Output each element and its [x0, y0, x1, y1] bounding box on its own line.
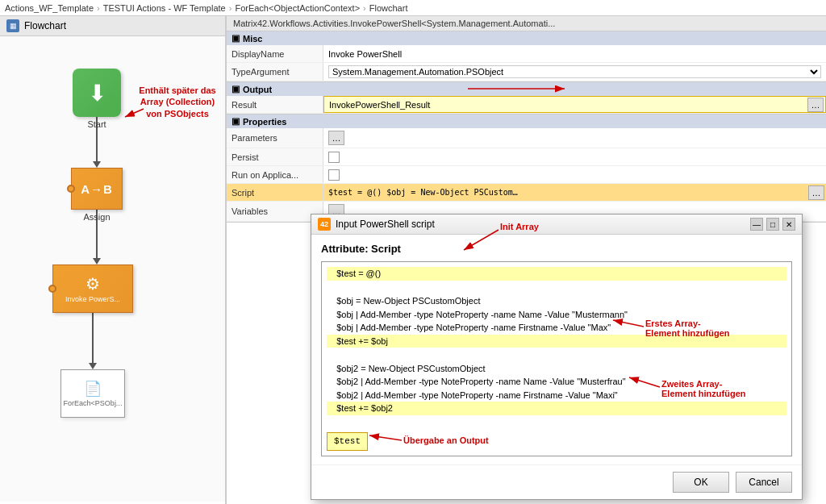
breadcrumb-sep-3: ›: [363, 3, 366, 13]
prop-label-displayname: DisplayName: [227, 45, 323, 62]
flowchart-icon: ▦: [6, 19, 19, 32]
dialog-footer: OK Cancel: [311, 464, 802, 499]
prop-row-parameters: Parameters …: [227, 128, 826, 148]
breadcrumb-item-4[interactable]: Flowchart: [369, 3, 408, 13]
dialog-content: Attribute: Script $test = @() $obj = New…: [311, 235, 802, 464]
script-editor[interactable]: $test = @() $obj = New-Object PSCustomOb…: [321, 261, 792, 456]
start-shape: ⬇: [73, 69, 121, 117]
script-line-11: [327, 416, 786, 430]
prop-label-typearg: TypeArgument: [227, 63, 323, 81]
breadcrumb-item-3[interactable]: ForEach<ObjectActionContext>: [235, 3, 360, 13]
collapse-icon-props: ▣: [232, 116, 240, 127]
prop-value-persist[interactable]: [323, 148, 826, 165]
breadcrumb-bar: Actions_WF_Template › TESTUI Actions - W…: [0, 0, 826, 16]
dialog-close-btn[interactable]: ✕: [782, 218, 795, 231]
node-foreach[interactable]: 📄 ForEach<PSObj...: [60, 369, 125, 418]
dialog-controls: — □ ✕: [750, 218, 795, 231]
script-line-10: $test += $obj2: [327, 402, 786, 415]
collapse-icon-output: ▣: [232, 84, 240, 94]
prop-row-persist: Persist: [227, 148, 826, 166]
script-line-9: $obj2 | Add-Member -type NoteProperty -n…: [327, 389, 786, 402]
breadcrumb-sep-2: ›: [229, 3, 232, 13]
flowchart-panel: ▦ Flowchart ⬇ Start: [0, 16, 226, 504]
displayname-input[interactable]: [328, 49, 821, 59]
node-start[interactable]: ⬇ Start: [73, 69, 121, 129]
script-edit-btn[interactable]: …: [808, 185, 824, 200]
section-properties-header[interactable]: ▣ Properties: [227, 115, 826, 128]
svg-marker-1: [93, 161, 101, 168]
typearg-select[interactable]: System.Management.Automation.PSObject: [328, 65, 821, 78]
flowchart-header: ▦ Flowchart: [0, 16, 225, 36]
node-assign[interactable]: A→B Assign: [71, 168, 123, 222]
prop-label-parameters: Parameters: [227, 128, 323, 148]
prop-row-typearg: TypeArgument System.Management.Automatio…: [227, 63, 826, 81]
dialog-titlebar: 42 Input PowerShell script — □ ✕: [311, 215, 802, 235]
invoke-shape: ⚙ Invoke PowerS...: [52, 264, 133, 313]
section-properties: ▣ Properties Parameters … Persist Run: [227, 115, 826, 223]
properties-header: Matrix42.Workflows.Activities.InvokePowe…: [227, 16, 826, 31]
dialog-title-left: 42 Input PowerShell script: [318, 218, 435, 231]
script-line-4: $obj | Add-Member -type NoteProperty -na…: [327, 321, 786, 335]
result-highlight-box: $test: [327, 432, 368, 451]
dialog-ok-btn[interactable]: OK: [673, 472, 729, 493]
flowchart-title: Flowchart: [24, 20, 66, 31]
result-edit-btn[interactable]: …: [807, 98, 824, 112]
prop-value-script[interactable]: $test = @() $obj = New-Object PSCustom… …: [323, 184, 826, 201]
result-value-text: InvokePowerShell_Result: [329, 100, 430, 110]
start-label: Start: [87, 119, 106, 129]
dialog-icon: 42: [318, 218, 331, 231]
prop-value-parameters[interactable]: …: [323, 128, 826, 148]
svg-marker-5: [89, 363, 97, 369]
flowchart-canvas: ⬇ Start A→B Assign: [0, 36, 225, 502]
script-line-2: $obj = New-Object PSCustomObject: [327, 294, 786, 308]
collapse-icon-misc: ▣: [232, 33, 240, 44]
node-invoke[interactable]: ⚙ Invoke PowerS...: [52, 264, 133, 313]
dialog-title-text: Input PowerShell script: [336, 219, 435, 230]
assign-label: Assign: [83, 212, 110, 222]
prop-value-typearg[interactable]: System.Management.Automation.PSObject: [323, 63, 826, 81]
prop-row-script: Script $test = @() $obj = New-Object PSC…: [227, 184, 826, 202]
prop-label-script: Script: [227, 184, 323, 201]
prop-label-result: Result: [227, 96, 323, 113]
dialog-attr-title: Attribute: Script: [321, 243, 792, 255]
script-line-8: $obj2 | Add-Member -type NoteProperty -n…: [327, 375, 786, 389]
parameters-btn[interactable]: …: [328, 131, 344, 145]
prop-value-displayname[interactable]: [323, 45, 826, 62]
foreach-shape: 📄 ForEach<PSObj...: [60, 369, 125, 418]
annotation-array: Enthält später dasArray (Collection)von …: [117, 85, 226, 119]
section-misc-header[interactable]: ▣ Misc: [227, 31, 826, 45]
prop-label-variables: Variables: [227, 202, 323, 221]
prop-label-runonapplica: Run on Applica...: [227, 166, 323, 183]
section-output-header[interactable]: ▣ Output: [227, 82, 826, 96]
script-line-3: $obj | Add-Member -type NoteProperty -na…: [327, 308, 786, 322]
prop-row-displayname: DisplayName: [227, 45, 826, 63]
script-line-5: $test += $obj: [327, 335, 786, 348]
script-line-1: [327, 281, 786, 295]
dialog-minimize-btn[interactable]: —: [750, 218, 763, 231]
runonapplica-checkbox[interactable]: [328, 169, 340, 181]
script-line-0: $test = @(): [327, 267, 786, 281]
prop-value-result[interactable]: InvokePowerShell_Result …: [323, 96, 826, 113]
powershell-dialog[interactable]: 42 Input PowerShell script — □ ✕ Attribu…: [311, 214, 803, 500]
svg-marker-3: [93, 258, 101, 264]
script-value-text: $test = @() $obj = New-Object PSCustom…: [328, 188, 518, 197]
prop-label-persist: Persist: [227, 148, 323, 165]
prop-value-runonapplica[interactable]: [323, 166, 826, 183]
persist-checkbox[interactable]: [328, 152, 340, 163]
script-line-7: $obj2 = New-Object PSCustomObject: [327, 362, 786, 376]
section-output: ▣ Output Result InvokePowerShell_Result …: [227, 82, 826, 115]
prop-row-result: Result InvokePowerShell_Result …: [227, 96, 826, 114]
breadcrumb-item-1[interactable]: Actions_WF_Template: [5, 3, 94, 13]
breadcrumb-sep-1: ›: [97, 3, 100, 13]
breadcrumb-item-2[interactable]: TESTUI Actions - WF Template: [103, 3, 226, 13]
prop-row-runonapplica: Run on Applica...: [227, 166, 826, 184]
dialog-cancel-btn[interactable]: Cancel: [736, 472, 792, 493]
section-misc: ▣ Misc DisplayName TypeArgument System.M…: [227, 31, 826, 82]
script-line-6: [327, 348, 786, 362]
assign-shape: A→B: [71, 168, 123, 210]
dialog-maximize-btn[interactable]: □: [766, 218, 779, 231]
